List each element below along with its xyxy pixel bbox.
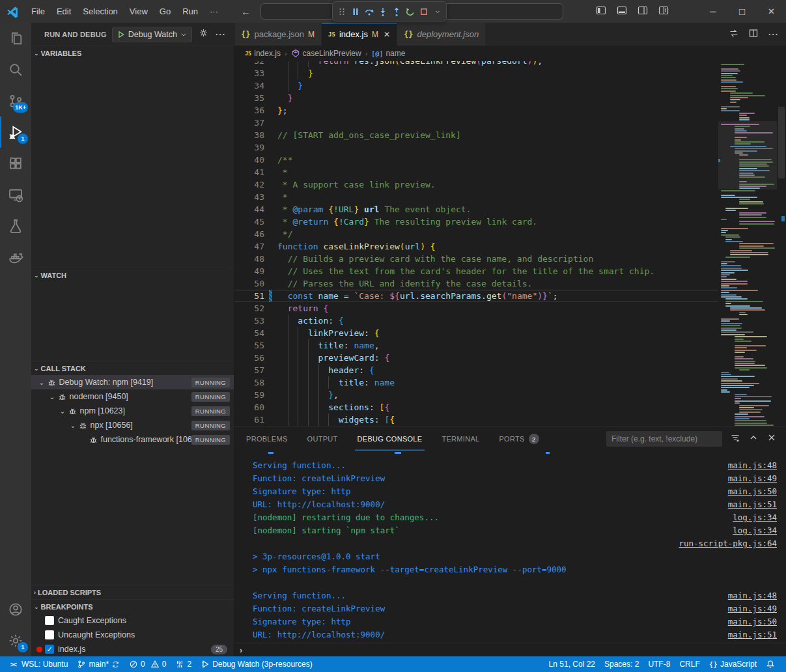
activity-run-and-debug-icon[interactable]: 1 — [0, 117, 31, 148]
step-into-icon[interactable] — [376, 4, 389, 20]
close-panel-icon[interactable] — [766, 432, 777, 445]
menu-item-edit[interactable]: Edit — [51, 0, 77, 23]
activity-explorer-icon[interactable] — [0, 23, 31, 54]
panel-tab-ports[interactable]: PORTS2 — [496, 428, 541, 451]
code-line-60[interactable]: 60 sections: [{ — [234, 401, 718, 413]
call-stack-session[interactable]: ⌄ npm [10623] RUNNING — [31, 404, 234, 418]
code-line-59[interactable]: 59 }, — [234, 389, 718, 401]
source-link[interactable]: main.js:50 — [728, 485, 777, 498]
source-link[interactable]: main.js:51 — [728, 628, 777, 641]
breakpoint-row[interactable]: Uncaught Exceptions — [31, 628, 234, 642]
activity-testing-icon[interactable] — [0, 210, 31, 242]
section-call-stack[interactable]: ⌄ CALL STACK — [31, 361, 234, 375]
code-line-53[interactable]: 53 action: { — [234, 315, 718, 327]
code-line-38[interactable]: 38// [START add_ons_case_preview_link] — [234, 129, 718, 141]
breakpoint-row[interactable]: Caught Exceptions — [31, 613, 234, 628]
debug-console-output[interactable]: Serving function...main.js:48Function: c… — [234, 451, 786, 643]
status-crlf[interactable]: CRLF — [675, 656, 704, 672]
chevron-down-icon[interactable]: ⌄ — [36, 379, 47, 386]
code-line-49[interactable]: 49 // Uses the text from the card's head… — [234, 265, 718, 277]
step-out-icon[interactable] — [390, 4, 402, 20]
code-line-61[interactable]: 61 widgets: [{ — [234, 413, 718, 426]
minimize-button[interactable]: ─ — [698, 0, 727, 23]
code-line-58[interactable]: 58 title: name — [234, 376, 718, 389]
activity-source-control-icon[interactable]: 1K+ — [0, 85, 31, 117]
section-variables[interactable]: ⌄ VARIABLES — [31, 46, 234, 60]
activity-remote-explorer-icon[interactable] — [0, 179, 31, 210]
editor-scrollbar[interactable] — [777, 61, 786, 427]
status-error[interactable]: 00 — [124, 656, 171, 672]
status-utf8[interactable]: UTF-8 — [643, 656, 675, 672]
call-stack-session[interactable]: functions-framework [106... RUNNING — [31, 432, 234, 447]
section-breakpoints[interactable]: ⌄ BREAKPOINTS — [31, 599, 234, 613]
tab-deployment.json[interactable]: {}deployment.json — [397, 23, 486, 46]
tab-package.json[interactable]: {}package.jsonM — [234, 23, 322, 46]
section-loaded-scripts[interactable]: › LOADED SCRIPTS — [31, 585, 234, 599]
breakpoint-checkbox[interactable] — [45, 616, 54, 625]
code-line-34[interactable]: 34 } — [234, 79, 718, 92]
close-tab-icon[interactable]: ✕ — [384, 30, 390, 39]
activity-search-icon[interactable] — [0, 54, 31, 85]
activity-docker-icon[interactable] — [0, 242, 31, 273]
call-stack-session[interactable]: ⌄ nodemon [9450] RUNNING — [31, 389, 234, 404]
menu-item-file[interactable]: File — [25, 0, 51, 23]
debug-config-dropdown[interactable]: Debug Watch — [112, 27, 192, 42]
code-line-32[interactable]: 32 return res.json(caseLinkPreview(parse… — [234, 61, 718, 67]
status-spaces[interactable]: Spaces: 2 — [600, 656, 643, 672]
start-debug-icon[interactable] — [117, 31, 125, 38]
status-braces[interactable]: {}JavaScript — [705, 656, 761, 672]
code-line-57[interactable]: 57 header: { — [234, 364, 718, 376]
stop-icon[interactable] — [417, 4, 430, 20]
breadcrumb-item[interactable]: JSindex.js — [245, 49, 281, 58]
source-link[interactable]: log.js:34 — [733, 511, 777, 524]
tab-index.js[interactable]: JSindex.jsM✕ — [322, 23, 397, 46]
breadcrumb-item[interactable]: [@]name — [371, 49, 405, 58]
code-line-46[interactable]: 46 */ — [234, 228, 718, 240]
code-line-37[interactable]: 37 — [234, 117, 718, 129]
menu-item-view[interactable]: View — [124, 0, 154, 23]
layout-sidebar-icon[interactable] — [596, 5, 606, 18]
code-line-45[interactable]: 45 * @return {!Card} The resulting previ… — [234, 216, 718, 228]
code-line-47[interactable]: 47function caseLinkPreview(url) { — [234, 240, 718, 253]
panel-tab-terminal[interactable]: TERMINAL — [439, 428, 482, 451]
menu-item-run[interactable]: Run — [176, 0, 204, 23]
chevron-down-icon[interactable]: ⌄ — [47, 393, 57, 400]
maximize-button[interactable]: □ — [727, 0, 757, 23]
code-line-43[interactable]: 43 * — [234, 191, 718, 203]
layout-secondary-sidebar-icon[interactable] — [638, 5, 648, 18]
debug-console-input[interactable]: › — [234, 643, 786, 656]
status-remote[interactable]: ><WSL: Ubuntu — [5, 656, 72, 672]
source-link[interactable]: run-script-pkg.js:64 — [679, 537, 777, 550]
breakpoint-checkbox[interactable]: ✓ — [45, 645, 54, 654]
menu-item-selection[interactable]: Selection — [77, 0, 123, 23]
source-link[interactable]: main.js:50 — [728, 615, 777, 628]
source-link[interactable]: main.js:48 — [728, 459, 777, 472]
activity-extensions-icon[interactable] — [0, 148, 31, 179]
section-watch[interactable]: ⌄ WATCH — [31, 268, 234, 282]
status-bell[interactable] — [761, 656, 779, 672]
code-line-48[interactable]: 48 // Builds a preview card with the cas… — [234, 253, 718, 265]
close-button[interactable]: ✕ — [757, 0, 786, 23]
layout-panel-icon[interactable] — [617, 5, 627, 18]
code-line-52[interactable]: 52 return { — [234, 302, 718, 315]
breakpoint-checkbox[interactable] — [45, 630, 54, 639]
open-changes-icon[interactable] — [729, 28, 739, 41]
code-line-51[interactable]: 51 const name = `Case: ${url.searchParam… — [234, 290, 718, 302]
breakpoint-row[interactable]: ✓ index.js25 — [31, 642, 234, 656]
panel-tab-output[interactable]: OUTPUT — [305, 428, 341, 451]
code-line-55[interactable]: 55 title: name, — [234, 339, 718, 352]
call-stack-session[interactable]: ⌄ npx [10656] RUNNING — [31, 418, 234, 432]
minimap[interactable] — [718, 61, 777, 427]
activity-account-icon[interactable] — [0, 594, 31, 625]
code-line-54[interactable]: 54 linkPreview: { — [234, 327, 718, 339]
call-stack-session[interactable]: ⌄ Debug Watch: npm [9419] RUNNING — [31, 375, 234, 389]
panel-tab-debug-console[interactable]: DEBUG CONSOLE — [355, 428, 425, 451]
status-ln[interactable]: Ln 51, Col 22 — [544, 656, 600, 672]
menu-item-moremoremore[interactable]: ··· — [204, 0, 224, 23]
code-line-33[interactable]: 33 } — [234, 67, 718, 79]
source-link[interactable]: main.js:48 — [728, 589, 777, 602]
restart-icon[interactable] — [404, 4, 416, 20]
code-editor[interactable]: 32 return res.json(caseLinkPreview(parse… — [234, 61, 786, 427]
source-link[interactable]: main.js:49 — [728, 472, 777, 485]
more-icon[interactable]: ⋯ — [768, 28, 778, 40]
